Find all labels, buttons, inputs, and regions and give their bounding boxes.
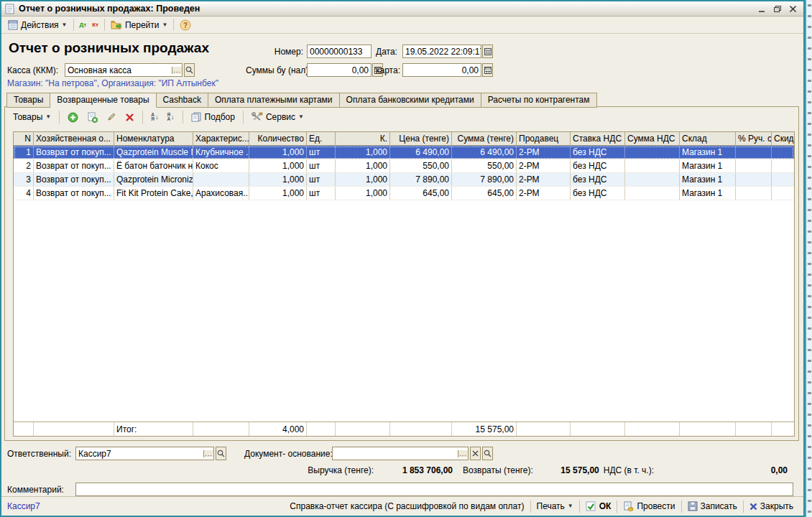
table-cell[interactable] [772,187,795,200]
table-cell[interactable] [736,187,772,200]
column-header[interactable]: Скидка (... [772,132,795,145]
column-header[interactable]: Ед. [307,132,336,145]
table-cell[interactable]: 1 [14,146,34,159]
table-cell[interactable]: Магазин 1 [680,159,736,172]
table-cell[interactable]: Возврат от покуп... [34,187,114,200]
table-cell[interactable]: 2-РМ [517,159,571,172]
table-cell[interactable]: 3 [14,173,34,186]
date-field[interactable]: 19.05.2022 22:09:17 [402,45,493,58]
ellipsis-button[interactable]: ... [203,450,213,457]
tab-cashback[interactable]: Cashback [157,93,208,108]
table-cell[interactable] [772,159,795,172]
table-cell[interactable]: 1,000 [249,173,307,186]
column-header[interactable]: К. [336,132,390,145]
ok-button[interactable]: ОК [581,501,616,512]
cashier-report-button[interactable]: Справка-отчет кассира (С расшифровкой по… [285,501,528,511]
table-cell[interactable]: 1,000 [249,187,307,200]
column-header[interactable]: Ставка НДС [571,132,625,145]
column-header[interactable]: Сумма (тенге) [452,132,517,145]
table-cell[interactable] [736,173,772,186]
table-cell[interactable]: 4 [14,187,34,200]
ellipsis-button[interactable]: ... [458,450,468,457]
table-cell[interactable]: 7 890,00 [452,173,517,186]
tab-oplata-kartami[interactable]: Оплата платежными картами [208,93,340,108]
table-cell[interactable]: 2 [14,159,34,172]
add-row-button[interactable] [64,111,82,124]
table-cell[interactable]: 2-РМ [517,173,571,186]
ellipsis-button[interactable]: ... [172,67,182,74]
column-header[interactable]: Хозяйственная о... [34,132,114,145]
table-cell[interactable]: Магазин 1 [680,187,736,200]
kassa-value[interactable]: Основная касса [65,65,172,75]
table-row[interactable]: 2Возврат от покуп...Ё батон батончик н..… [14,159,794,173]
save-button[interactable]: Записать [683,501,742,511]
table-cell[interactable]: Кокос [193,159,249,172]
date-value[interactable]: 19.05.2022 22:09:17 [403,47,481,57]
sort-asc-button[interactable]: АЯ↓ [147,111,162,123]
table-cell[interactable]: 645,00 [390,187,452,200]
card-calc-button[interactable] [482,63,493,77]
table-cell[interactable]: 7 890,00 [390,173,452,186]
sums-cash-field[interactable]: 0,00 [307,63,383,77]
responsible-value[interactable]: Кассир7 [76,449,203,459]
card-field[interactable]: 0,00 [402,63,493,77]
mdi-scrollbar[interactable] [805,0,812,517]
print-menu-button[interactable]: Печать▼ [532,501,578,511]
table-cell[interactable]: 1,000 [336,173,390,186]
close-button[interactable]: Закрыть [745,501,798,511]
copy-row-button[interactable] [83,111,101,124]
go-menu-button[interactable]: Перейти▼ [107,19,171,31]
basis-clear-button[interactable] [470,447,481,460]
table-cell[interactable]: шт [307,187,336,200]
table-cell[interactable]: без НДС [571,159,625,172]
table-cell[interactable]: 550,00 [452,159,517,172]
table-cell[interactable]: Клубничное ... [193,146,249,159]
tab-vozvrashchennye-tovary[interactable]: Возвращенные товары [50,93,156,108]
column-header[interactable]: Номенклатура [114,132,193,145]
number-value[interactable]: 00000000133 [308,47,371,57]
table-cell[interactable]: шт [307,159,336,172]
basis-field[interactable]: ... [332,447,493,460]
table-cell[interactable] [625,187,680,200]
table-cell[interactable]: Возврат от покуп... [34,146,114,159]
table-cell[interactable]: 1,000 [336,187,390,200]
table-cell[interactable]: 1,000 [249,159,307,172]
post-button[interactable]: Провести [619,501,679,512]
comment-field[interactable] [75,483,793,496]
table-cell[interactable] [625,173,680,186]
items-menu-button[interactable]: Товары▼ [9,111,55,124]
table-cell[interactable]: Ё батон батончик н... [114,159,193,172]
kassa-search-button[interactable] [184,63,195,77]
table-cell[interactable]: Магазин 1 [680,146,736,159]
table-cell[interactable]: 2-РМ [517,146,571,159]
table-cell[interactable] [625,159,680,172]
minimize-icon[interactable] [758,5,766,13]
table-cell[interactable]: Qazprotein Micronize... [114,173,193,186]
table-row[interactable]: 4Возврат от покуп...Fit Kit Protein Cake… [14,187,794,200]
table-cell[interactable]: Магазин 1 [680,173,736,186]
card-value[interactable]: 0,00 [403,65,481,75]
table-cell[interactable]: 6 490,00 [390,146,452,159]
table-cell[interactable] [193,173,249,186]
table-cell[interactable] [625,146,680,159]
help-button[interactable]: ? [176,19,195,32]
actions-menu-button[interactable]: Действия▼ [4,19,71,31]
table-cell[interactable]: 1,000 [336,159,390,172]
column-header[interactable]: Склад [680,132,736,145]
column-header[interactable]: Сумма НДС [625,132,680,145]
table-cell[interactable]: 550,00 [390,159,452,172]
column-header[interactable]: N [14,132,34,145]
table-cell[interactable]: Возврат от покуп... [34,173,114,186]
column-header[interactable]: Продавец [517,132,571,145]
restore-icon[interactable] [773,5,782,13]
column-header[interactable]: Количество [249,132,307,145]
edit-row-button[interactable] [103,111,120,124]
table-cell[interactable]: Fit Kit Protein Cake, ... [114,187,193,200]
table-cell[interactable]: Арахисовая... [193,187,249,200]
table-cell[interactable] [772,173,795,186]
table-cell[interactable]: шт [307,173,336,186]
sums-cash-value[interactable]: 0,00 [308,65,371,75]
service-menu-button[interactable]: Сервис▼ [248,111,308,124]
table-cell[interactable]: 2-РМ [517,187,571,200]
calendar-button[interactable] [482,45,493,58]
